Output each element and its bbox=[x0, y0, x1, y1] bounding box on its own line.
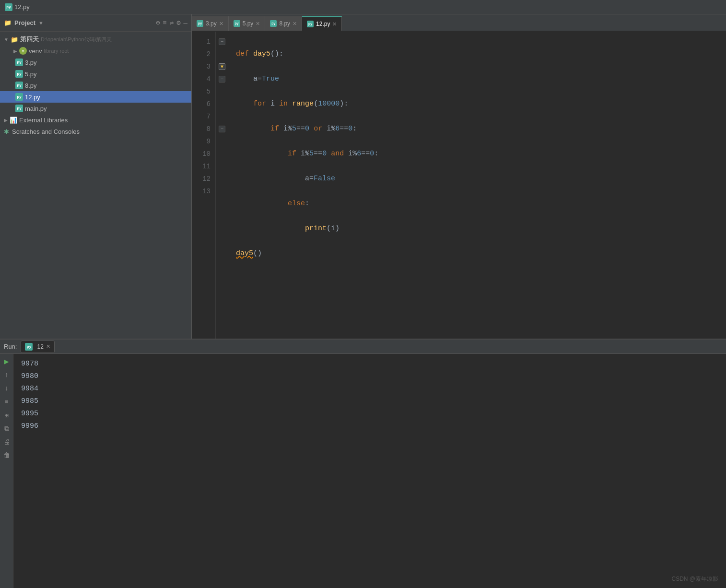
side-by-side-button[interactable]: ⧉ bbox=[2, 424, 12, 434]
bottom-panel: Run: py 12 ✕ ▶ ↑ ↓ ≡ ⊞ ⧉ 🖨 🗑 9978 bbox=[0, 339, 726, 588]
code-content[interactable]: def day5(): a=True for i in range(10000)… bbox=[228, 32, 726, 339]
watermark: CSDN @素年凉影 bbox=[671, 575, 718, 583]
line-num-1: 1 bbox=[192, 35, 211, 48]
bottom-tab-close-12[interactable]: ✕ bbox=[46, 343, 50, 350]
fold-marker-4[interactable]: − bbox=[219, 76, 225, 82]
line-num-9: 9 bbox=[192, 135, 211, 148]
code-line-6: a=False bbox=[236, 173, 726, 185]
run-button[interactable]: ▶ bbox=[2, 357, 12, 366]
sidebar-item-venv[interactable]: ▶ v venv library root bbox=[0, 45, 191, 57]
tab-close-5py[interactable]: ✕ bbox=[256, 21, 260, 27]
bottom-tab-12[interactable]: py 12 ✕ bbox=[21, 341, 54, 353]
tab-icon-5py: py bbox=[234, 20, 240, 27]
editor-area: py 3.py ✕ py 5.py ✕ py 8.py ✕ py 12.py bbox=[192, 14, 726, 339]
line-num-5: 5 bbox=[192, 85, 211, 98]
tab-icon-8py: py bbox=[270, 20, 277, 27]
bottom-tab-icon-12: py bbox=[25, 343, 33, 351]
code-line-4: if i%5==0 or i%6==0: bbox=[236, 123, 726, 135]
file-12py-label: 12.py bbox=[25, 94, 40, 101]
fold-marker-1[interactable]: − bbox=[219, 38, 225, 45]
settings-icon[interactable]: ⚙ bbox=[176, 19, 180, 27]
output-line-6: 9996 bbox=[21, 420, 718, 433]
gutter-9 bbox=[216, 135, 228, 148]
fold-marker-8[interactable]: − bbox=[219, 126, 225, 132]
expand-icon[interactable]: ⇌ bbox=[170, 19, 174, 27]
chevron-right-icon: ▶ bbox=[13, 48, 17, 54]
sidebar-item-scratch[interactable]: ✱ Scratches and Consoles bbox=[0, 126, 191, 137]
output-line-2: 9980 bbox=[21, 370, 718, 383]
title-icon: py bbox=[5, 3, 12, 11]
sidebar-item-12py[interactable]: py 12.py bbox=[0, 91, 191, 103]
code-line-5: if i%5==0 and i%6==0: bbox=[236, 148, 726, 160]
bottom-tab-bar: Run: py 12 ✕ bbox=[0, 340, 726, 354]
sidebar-item-extlib[interactable]: ▶ 📊 External Libraries bbox=[0, 114, 191, 126]
scratch-label: Scratches and Consoles bbox=[12, 128, 80, 135]
minimize-icon[interactable]: — bbox=[184, 19, 187, 27]
line-num-8: 8 bbox=[192, 123, 211, 135]
tab-close-3py[interactable]: ✕ bbox=[219, 21, 223, 27]
tab-5py[interactable]: py 5.py ✕ bbox=[229, 16, 266, 31]
scroll-up-button[interactable]: ↑ bbox=[2, 370, 12, 380]
output-area: 9978 9980 9984 9985 9995 9996 bbox=[13, 354, 726, 588]
scroll-down-button[interactable]: ↓ bbox=[2, 384, 12, 393]
extlib-icon: 📊 bbox=[10, 117, 17, 124]
code-line-12 bbox=[236, 322, 726, 335]
sidebar-item-mainpy[interactable]: py main.py bbox=[0, 103, 191, 114]
venv-label: venv bbox=[29, 47, 42, 55]
chevron-down-icon[interactable]: ▼ bbox=[38, 20, 44, 26]
sidebar-item-5py[interactable]: py 5.py bbox=[0, 68, 191, 80]
tab-icon-12py: py bbox=[307, 21, 314, 27]
sidebar-item-3py[interactable]: py 3.py bbox=[0, 57, 191, 68]
print-button[interactable]: 🖨 bbox=[2, 437, 12, 447]
tab-label-12py: 12.py bbox=[316, 21, 330, 27]
gutter-12 bbox=[216, 173, 228, 185]
line-num-11: 11 bbox=[192, 160, 211, 173]
tab-close-12py[interactable]: ✕ bbox=[332, 21, 337, 27]
code-gutter: − ▼ − − bbox=[216, 32, 228, 339]
clear-button[interactable]: 🗑 bbox=[2, 451, 12, 460]
file-mainpy-label: main.py bbox=[25, 105, 47, 112]
file-5py-label: 5.py bbox=[25, 71, 37, 78]
tab-3py[interactable]: py 3.py ✕ bbox=[192, 16, 229, 31]
gutter-10 bbox=[216, 148, 228, 160]
code-editor[interactable]: 1 2 3 4 5 6 7 8 9 10 11 12 13 bbox=[192, 32, 726, 339]
folder-icon: 📁 bbox=[11, 36, 18, 43]
scratch-icon: ✱ bbox=[4, 128, 9, 135]
py-icon-3: py bbox=[15, 59, 23, 66]
sidebar-item-8py[interactable]: py 8.py bbox=[0, 80, 191, 91]
py-icon-12: py bbox=[15, 93, 23, 101]
tab-8py[interactable]: py 8.py ✕ bbox=[265, 16, 302, 31]
tab-12py[interactable]: py 12.py ✕ bbox=[302, 16, 342, 31]
run-toolbar: ▶ ↑ ↓ ≡ ⊞ ⧉ 🖨 🗑 bbox=[0, 354, 13, 588]
code-line-7: else: bbox=[236, 198, 726, 210]
gutter-11 bbox=[216, 160, 228, 173]
project-icon: 📁 bbox=[4, 19, 12, 26]
extlib-label: External Libraries bbox=[19, 117, 68, 124]
file-3py-label: 3.py bbox=[25, 59, 37, 66]
code-line-2: a=True bbox=[236, 73, 726, 85]
line-num-7: 7 bbox=[192, 110, 211, 123]
sidebar: 📁 Project ▼ ⊕ ≡ ⇌ ⚙ — ▼ 📁 第四天 bbox=[0, 14, 192, 339]
globe-icon[interactable]: ⊕ bbox=[156, 19, 160, 27]
collapse-icon[interactable]: ≡ bbox=[163, 19, 166, 27]
tab-label-5py: 5.py bbox=[243, 20, 254, 27]
line-num-2: 2 bbox=[192, 48, 211, 60]
gutter-1: − bbox=[216, 35, 228, 48]
tab-icon-3py: py bbox=[197, 20, 203, 27]
venv-sublabel: library root bbox=[44, 48, 69, 54]
table-view-button[interactable]: ⊞ bbox=[2, 411, 12, 420]
line-num-3: 3 bbox=[192, 60, 211, 73]
gutter-5 bbox=[216, 85, 228, 98]
code-line-3: for i in range(10000): bbox=[236, 98, 726, 110]
sidebar-item-root[interactable]: ▼ 📁 第四天 D:\openlab\Python代码\第四天 bbox=[0, 34, 191, 45]
tab-close-8py[interactable]: ✕ bbox=[293, 21, 297, 27]
venv-icon: v bbox=[19, 47, 27, 55]
settings-run-button[interactable]: ≡ bbox=[2, 397, 12, 407]
gutter-4: − bbox=[216, 73, 228, 85]
fold-marker-3[interactable]: ▼ bbox=[219, 63, 225, 70]
code-line-11 bbox=[236, 297, 726, 310]
sidebar-header-icons: ⊕ ≡ ⇌ ⚙ — bbox=[156, 19, 187, 27]
project-label-text: Project bbox=[14, 19, 35, 26]
project-label: 📁 Project ▼ bbox=[4, 19, 44, 26]
code-line-9: day5() bbox=[236, 247, 726, 260]
